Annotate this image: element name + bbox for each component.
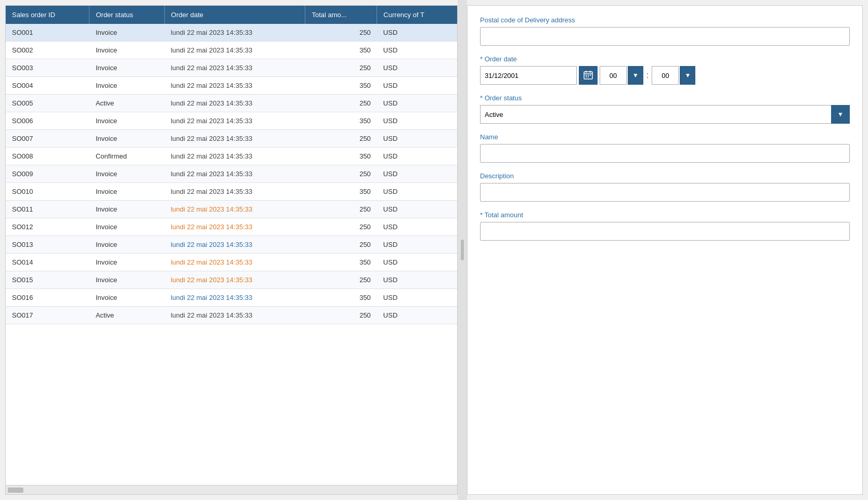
table-row[interactable]: SO010Invoicelundi 22 mai 2023 14:35:3335… <box>6 183 457 201</box>
col-header-currency[interactable]: Currency of T <box>377 6 457 24</box>
sales-order-table: Sales order ID Order status Order date T… <box>6 6 457 324</box>
table-row[interactable]: SO004Invoicelundi 22 mai 2023 14:35:3335… <box>6 77 457 95</box>
cell-amount: 250 <box>305 201 377 218</box>
table-row[interactable]: SO016Invoicelundi 22 mai 2023 14:35:3335… <box>6 289 457 307</box>
description-input[interactable] <box>480 183 850 202</box>
resize-handle[interactable] <box>458 0 467 500</box>
cell-status: Confirmed <box>89 148 164 165</box>
table-row[interactable]: SO013Invoicelundi 22 mai 2023 14:35:3325… <box>6 236 457 254</box>
cell-date: lundi 22 mai 2023 14:35:33 <box>164 95 305 112</box>
table-row[interactable]: SO017Activelundi 22 mai 2023 14:35:33250… <box>6 307 457 324</box>
hour-input[interactable] <box>600 66 627 85</box>
cell-id: SO006 <box>6 112 89 130</box>
cell-currency: USD <box>377 59 457 77</box>
table-row[interactable]: SO001Invoicelundi 22 mai 2023 14:35:3325… <box>6 24 457 42</box>
cell-currency: USD <box>377 201 457 218</box>
cell-currency: USD <box>377 148 457 165</box>
cell-id: SO004 <box>6 77 89 95</box>
horizontal-scrollbar[interactable] <box>6 485 457 494</box>
cell-date: lundi 22 mai 2023 14:35:33 <box>164 112 305 130</box>
minute-chevron-button[interactable]: ▼ <box>680 66 695 85</box>
cell-currency: USD <box>377 77 457 95</box>
hour-wrapper: ▼ <box>600 66 643 85</box>
cell-id: SO017 <box>6 307 89 324</box>
cell-amount: 250 <box>305 165 377 183</box>
table-row[interactable]: SO005Activelundi 22 mai 2023 14:35:33250… <box>6 95 457 112</box>
table-row[interactable]: SO015Invoicelundi 22 mai 2023 14:35:3325… <box>6 271 457 289</box>
col-header-amount[interactable]: Total amo... <box>305 6 377 24</box>
cell-amount: 250 <box>305 236 377 254</box>
minute-wrapper: ▼ <box>652 66 695 85</box>
cell-currency: USD <box>377 42 457 59</box>
minute-input[interactable] <box>652 66 679 85</box>
cell-amount: 250 <box>305 59 377 77</box>
name-input[interactable] <box>480 144 850 163</box>
form-panel: Postal code of Delivery address Order da… <box>467 5 863 495</box>
svg-rect-6 <box>590 75 591 76</box>
cell-id: SO010 <box>6 183 89 201</box>
cell-status: Invoice <box>89 130 164 148</box>
table-row[interactable]: SO008Confirmedlundi 22 mai 2023 14:35:33… <box>6 148 457 165</box>
order-date-input[interactable] <box>480 66 577 85</box>
cell-date: lundi 22 mai 2023 14:35:33 <box>164 183 305 201</box>
total-amount-group: Total amount <box>480 211 850 241</box>
cell-date: lundi 22 mai 2023 14:35:33 <box>164 59 305 77</box>
cell-date: lundi 22 mai 2023 14:35:33 <box>164 24 305 42</box>
order-date-row: ▼ : ▼ <box>480 66 850 85</box>
cell-status: Invoice <box>89 77 164 95</box>
cell-amount: 350 <box>305 183 377 201</box>
col-header-id[interactable]: Sales order ID <box>6 6 89 24</box>
cell-currency: USD <box>377 112 457 130</box>
cell-date: lundi 22 mai 2023 14:35:33 <box>164 307 305 324</box>
calendar-button[interactable] <box>579 66 598 85</box>
col-header-status[interactable]: Order status <box>89 6 164 24</box>
description-group: Description <box>480 172 850 202</box>
cell-status: Active <box>89 307 164 324</box>
cell-amount: 350 <box>305 148 377 165</box>
table-row[interactable]: SO006Invoicelundi 22 mai 2023 14:35:3335… <box>6 112 457 130</box>
cell-amount: 250 <box>305 218 377 236</box>
table-row[interactable]: SO012Invoicelundi 22 mai 2023 14:35:3325… <box>6 218 457 236</box>
total-amount-input[interactable] <box>480 222 850 241</box>
cell-amount: 250 <box>305 24 377 42</box>
hour-chevron-icon: ▼ <box>632 72 639 79</box>
table-row[interactable]: SO009Invoicelundi 22 mai 2023 14:35:3325… <box>6 165 457 183</box>
total-amount-label: Total amount <box>480 211 850 219</box>
cell-status: Invoice <box>89 236 164 254</box>
order-status-select[interactable]: Active Invoice Confirmed <box>480 105 850 124</box>
cell-currency: USD <box>377 24 457 42</box>
cell-status: Invoice <box>89 289 164 307</box>
table-row[interactable]: SO014Invoicelundi 22 mai 2023 14:35:3335… <box>6 254 457 271</box>
postal-code-input[interactable] <box>480 27 850 46</box>
table-row[interactable]: SO007Invoicelundi 22 mai 2023 14:35:3325… <box>6 130 457 148</box>
cell-date: lundi 22 mai 2023 14:35:33 <box>164 42 305 59</box>
cell-date: lundi 22 mai 2023 14:35:33 <box>164 236 305 254</box>
cell-date: lundi 22 mai 2023 14:35:33 <box>164 289 305 307</box>
svg-rect-8 <box>588 76 589 77</box>
hour-chevron-button[interactable]: ▼ <box>628 66 643 85</box>
order-date-label: Order date <box>480 55 850 63</box>
postal-code-group: Postal code of Delivery address <box>480 16 850 46</box>
table-panel: Sales order ID Order status Order date T… <box>5 5 458 495</box>
cell-date: lundi 22 mai 2023 14:35:33 <box>164 201 305 218</box>
cell-currency: USD <box>377 183 457 201</box>
cell-id: SO015 <box>6 271 89 289</box>
postal-code-label: Postal code of Delivery address <box>480 16 850 24</box>
table-wrapper[interactable]: Sales order ID Order status Order date T… <box>6 6 457 485</box>
cell-date: lundi 22 mai 2023 14:35:33 <box>164 165 305 183</box>
cell-date: lundi 22 mai 2023 14:35:33 <box>164 130 305 148</box>
order-date-group: Order date <box>480 55 850 85</box>
cell-currency: USD <box>377 130 457 148</box>
name-group: Name <box>480 133 850 163</box>
cell-currency: USD <box>377 289 457 307</box>
table-row[interactable]: SO002Invoicelundi 22 mai 2023 14:35:3335… <box>6 42 457 59</box>
cell-status: Invoice <box>89 201 164 218</box>
table-row[interactable]: SO003Invoicelundi 22 mai 2023 14:35:3325… <box>6 59 457 77</box>
cell-status: Invoice <box>89 254 164 271</box>
col-header-date[interactable]: Order date <box>164 6 305 24</box>
table-row[interactable]: SO011Invoicelundi 22 mai 2023 14:35:3325… <box>6 201 457 218</box>
cell-amount: 350 <box>305 42 377 59</box>
cell-currency: USD <box>377 95 457 112</box>
cell-id: SO001 <box>6 24 89 42</box>
calendar-icon <box>584 70 593 81</box>
